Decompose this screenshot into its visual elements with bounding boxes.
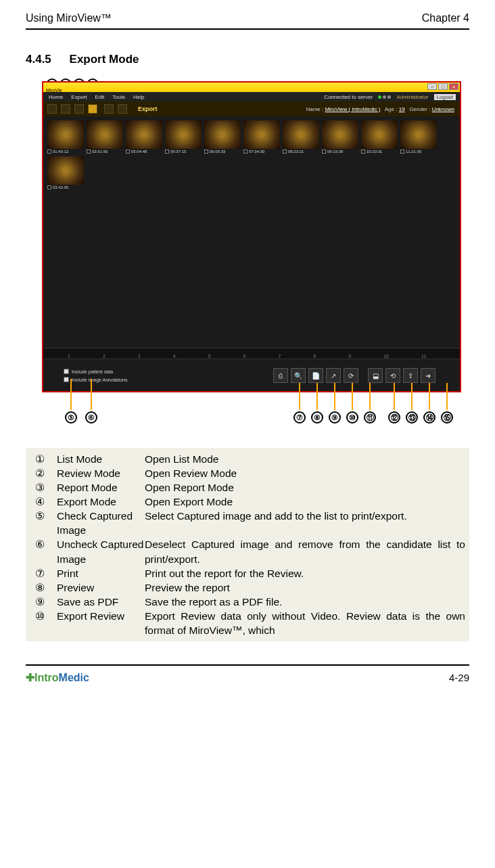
list-mode-button[interactable] bbox=[47, 104, 57, 114]
maximize-icon[interactable]: □ bbox=[438, 83, 448, 90]
desc-row: ⑥Uncheck Captured ImageDeselect Captured… bbox=[30, 537, 465, 566]
export-review-button[interactable]: ↗ bbox=[326, 368, 341, 383]
thumbnail[interactable]: 03:51:56 bbox=[87, 120, 123, 154]
report-mode-button[interactable] bbox=[74, 104, 84, 114]
menubar: Home Export Edit Tools Help Connected to… bbox=[43, 92, 460, 101]
export-options: Include patient data Include Image Annot… bbox=[43, 369, 151, 382]
thumbnail[interactable]: 09:15:39 bbox=[322, 120, 358, 154]
status-dots bbox=[378, 95, 391, 99]
menu-export[interactable]: Export bbox=[71, 94, 87, 100]
description-table: ①List ModeOpen List Mode②Review ModeOpen… bbox=[26, 448, 469, 641]
desc-row: ⑦PrintPrint out the report for the Revie… bbox=[30, 566, 465, 580]
include-annotations-checkbox[interactable]: Include Image Annotations bbox=[64, 377, 151, 382]
header-left: Using MiroView™ bbox=[26, 12, 112, 24]
header-right: Chapter 4 bbox=[422, 12, 469, 24]
titlebar: MiroVie − □ × bbox=[43, 83, 460, 92]
gender-label: Gender : bbox=[409, 106, 430, 112]
desc-row: ⑩Export ReviewExport Review data only wi… bbox=[30, 609, 465, 637]
callout-7: ⑦ bbox=[293, 411, 306, 424]
button-11[interactable]: ⟳ bbox=[344, 368, 358, 383]
toolbar: Export Name : MiroView ( IntroMedic ) Ag… bbox=[43, 101, 460, 116]
age-label: Age : bbox=[385, 106, 398, 112]
leader-line bbox=[369, 383, 371, 410]
print-button[interactable]: ⎙ bbox=[273, 368, 288, 383]
leader-line bbox=[411, 383, 412, 410]
thumbnail[interactable]: 11:21:00 bbox=[400, 120, 437, 154]
desc-row: ⑨Save as PDFSave the report as a PDF fil… bbox=[30, 595, 465, 609]
conn-status: Connected to server bbox=[324, 94, 373, 100]
document-page: Using MiroView™ Chapter 4 4.4.5 Export M… bbox=[0, 0, 495, 695]
menu-edit[interactable]: Edit bbox=[95, 94, 104, 100]
section-number: 4.4.5 bbox=[26, 53, 51, 66]
leader-line bbox=[70, 379, 72, 410]
button-14[interactable]: ⇪ bbox=[403, 368, 418, 383]
callout-11: ⑪ bbox=[364, 411, 376, 424]
leader-line bbox=[394, 383, 395, 410]
menu-help[interactable]: Help bbox=[133, 94, 144, 100]
thumbnail[interactable]: 08:23:21 bbox=[283, 120, 319, 154]
leader-line bbox=[429, 383, 430, 410]
save-pdf-button[interactable]: 📄 bbox=[308, 368, 323, 383]
toolbar-extra2[interactable] bbox=[118, 104, 127, 114]
app-window: MiroVie − □ × Home Export Edit Tools Hel… bbox=[42, 81, 461, 392]
toolbar-extra1[interactable] bbox=[104, 104, 114, 114]
desc-row: ②Review ModeOpen Review Mode bbox=[30, 466, 465, 480]
page-header: Using MiroView™ Chapter 4 bbox=[26, 12, 469, 30]
opt1-label: Include patient data bbox=[72, 369, 113, 374]
menu-tools[interactable]: Tools bbox=[112, 94, 125, 100]
thumbnail[interactable]: 03:42:05 bbox=[47, 156, 84, 189]
mode-label: Export bbox=[138, 106, 158, 112]
window-controls: − □ × bbox=[427, 83, 458, 90]
leader-line bbox=[446, 383, 448, 410]
callout-8: ⑧ bbox=[311, 411, 323, 424]
export-mode-button[interactable] bbox=[88, 104, 97, 114]
thumbnail[interactable]: 07:34:30 bbox=[243, 120, 280, 154]
callout-5: ⑤ bbox=[65, 411, 77, 424]
name-label: Name : bbox=[306, 106, 323, 112]
button-15[interactable]: ➜ bbox=[421, 368, 435, 383]
callout-9: ⑨ bbox=[329, 411, 341, 424]
minimize-icon[interactable]: − bbox=[427, 83, 437, 90]
age-value: 19 bbox=[399, 106, 405, 112]
thumbnail-grid: 01:45:1203:51:5605:04:4805:37:1506:05:33… bbox=[43, 116, 460, 193]
action-buttons: ⎙ 🔍 📄 ↗ ⟳ ⬓ ⟲ ⇪ ➜ bbox=[273, 368, 435, 383]
thumbnail[interactable]: 01:45:12 bbox=[47, 120, 84, 154]
button-12[interactable]: ⬓ bbox=[368, 368, 383, 383]
patient-info: Name : MiroView ( IntroMedic ) Age : 19 … bbox=[306, 106, 454, 112]
section-name: Export Mode bbox=[70, 53, 139, 66]
callout-15: ⑮ bbox=[441, 411, 453, 424]
review-mode-button[interactable] bbox=[61, 104, 70, 114]
callout-6: ⑥ bbox=[85, 411, 97, 424]
thumbnail[interactable]: 05:04:48 bbox=[126, 120, 162, 154]
include-patient-checkbox[interactable]: Include patient data bbox=[64, 369, 151, 374]
page-number: 4-29 bbox=[449, 672, 469, 683]
page-footer: ✚IntroMedic 4-29 bbox=[26, 664, 469, 684]
thumbnail[interactable]: 10:23:31 bbox=[361, 120, 398, 154]
logo: ✚IntroMedic bbox=[26, 671, 89, 684]
callout-14: ⑭ bbox=[423, 411, 435, 424]
section-title: 4.4.5 Export Mode bbox=[26, 53, 469, 66]
opt2-label: Include Image Annotations bbox=[72, 378, 128, 382]
desc-row: ③Report ModeOpen Report Mode bbox=[30, 480, 465, 495]
desc-row: ⑤Check Captured ImageSelect Captured ima… bbox=[30, 509, 465, 537]
leader-line bbox=[299, 383, 300, 410]
leader-line bbox=[334, 383, 335, 410]
thumbnail[interactable]: 06:05:33 bbox=[204, 120, 241, 154]
button-13[interactable]: ⟲ bbox=[385, 368, 400, 383]
leader-line bbox=[91, 379, 92, 410]
desc-row: ④Export ModeOpen Export Mode bbox=[30, 495, 465, 509]
callout-12: ⑫ bbox=[388, 411, 400, 424]
time-ruler: 1234567891011 bbox=[43, 348, 460, 359]
menu-home[interactable]: Home bbox=[49, 94, 63, 100]
desc-row: ⑧PreviewPreview the report bbox=[30, 580, 465, 595]
logout-button[interactable]: Logout bbox=[434, 94, 456, 100]
preview-button[interactable]: 🔍 bbox=[291, 368, 306, 383]
logo-intro: Intro bbox=[34, 672, 59, 683]
leader-line bbox=[316, 383, 318, 410]
close-icon[interactable]: × bbox=[449, 83, 458, 90]
gender-value: Unknown bbox=[432, 106, 454, 112]
callout-10: ⑩ bbox=[346, 411, 358, 424]
thumbnail[interactable]: 05:37:15 bbox=[165, 120, 202, 154]
logo-medic: Medic bbox=[59, 672, 89, 683]
callout-13: ⑬ bbox=[406, 411, 418, 424]
